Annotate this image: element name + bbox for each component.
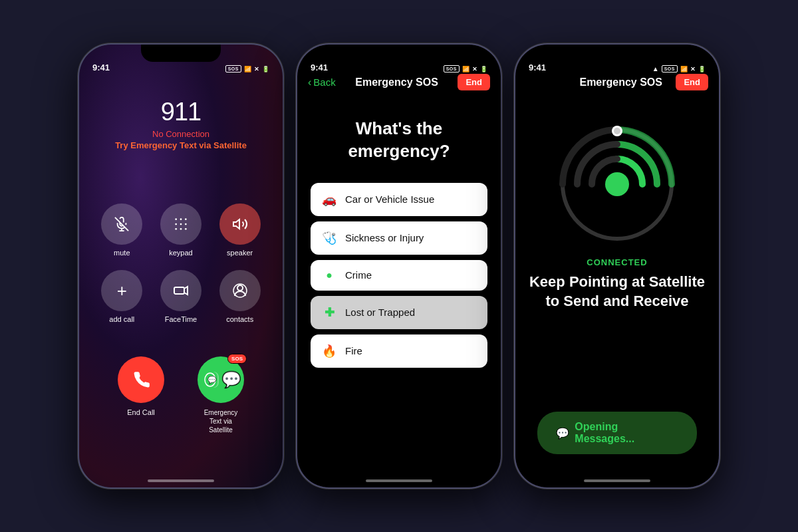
status-bar-2: 9:41 SOS 📶 ✕ 🔋 xyxy=(297,45,501,76)
call-screen-content: 911 No Connection Try Emergency Text via… xyxy=(79,45,283,487)
add-call-button[interactable]: + add call xyxy=(99,270,145,323)
status-time-1: 9:41 xyxy=(92,63,110,72)
status-bar-1: 9:41 SOS 📶 ✕ 🔋 xyxy=(79,45,283,76)
svg-marker-12 xyxy=(184,287,188,295)
svg-rect-11 xyxy=(174,287,184,294)
speaker-button[interactable]: speaker xyxy=(217,203,263,257)
end-call-button[interactable]: End Call xyxy=(118,356,164,416)
mute-label: mute xyxy=(114,249,130,257)
facetime-button[interactable]: FaceTime xyxy=(158,270,204,323)
speaker-label: speaker xyxy=(227,249,253,257)
status-icons-2: SOS 📶 ✕ 🔋 xyxy=(444,65,487,72)
status-time-3: 9:41 xyxy=(529,63,546,72)
end-button-3[interactable]: End xyxy=(676,74,708,90)
home-indicator-1 xyxy=(148,479,214,482)
sos-indicator-3: SOS xyxy=(662,65,678,72)
svg-point-8 xyxy=(180,228,182,230)
contacts-label: contacts xyxy=(226,315,253,323)
emergency-content: What's theemergency? 🚗 Car or Vehicle Is… xyxy=(297,104,501,487)
satellite-signal-visual xyxy=(557,124,677,244)
crime-option[interactable]: ● Crime xyxy=(311,260,487,291)
back-button[interactable]: ‹ Back xyxy=(308,76,336,88)
lost-trapped-option[interactable]: ✚ Lost or Trapped xyxy=(311,296,487,329)
wifi-icon-1: ✕ xyxy=(254,66,259,72)
battery-icon-3: 🔋 xyxy=(698,66,706,72)
crime-icon: ● xyxy=(321,269,337,281)
sickness-injury-option[interactable]: 🩺 Sickness or Injury xyxy=(311,221,487,255)
svg-point-18 xyxy=(605,172,629,196)
nav-title-2: Emergency SOS xyxy=(355,76,438,88)
battery-icon-2: 🔋 xyxy=(480,66,487,72)
svg-point-5 xyxy=(180,223,182,225)
wifi-off-icon-2: ✕ xyxy=(472,66,477,72)
emergency-question: What's theemergency? xyxy=(311,118,487,163)
emergency-options-list: 🚗 Car or Vehicle Issue 🩺 Sickness or Inj… xyxy=(311,183,487,368)
emergency-sos-button[interactable]: 💬 💬 SOS EmergencyText viaSatellite xyxy=(198,356,244,434)
caller-number: 911 xyxy=(161,98,201,126)
svg-point-20 xyxy=(614,128,620,134)
signal-icon-2: 📶 xyxy=(462,66,469,72)
signal-icon-1: 📶 xyxy=(244,66,251,72)
try-satellite-label: Try Emergency Text via Satellite xyxy=(115,140,247,150)
status-icons-3: ▲ SOS 📶 ✕ 🔋 xyxy=(651,65,706,72)
nav-title-3: Emergency SOS xyxy=(579,76,662,88)
signal-icon-3: 📶 xyxy=(680,66,688,72)
location-icon-3: ▲ xyxy=(652,65,659,72)
messages-icon: 💬 xyxy=(556,427,569,440)
connected-status: CONNECTED xyxy=(587,257,647,267)
contacts-icon-circle xyxy=(219,270,261,311)
fire-option[interactable]: 🔥 Fire xyxy=(311,334,487,368)
lost-trapped-label: Lost or Trapped xyxy=(345,307,415,318)
speaker-icon-circle xyxy=(219,203,261,245)
keypad-icon-circle xyxy=(160,203,201,245)
end-button-2[interactable]: End xyxy=(458,74,490,90)
home-indicator-2 xyxy=(366,479,432,482)
contacts-button[interactable]: contacts xyxy=(217,270,263,323)
fire-icon: 🔥 xyxy=(321,344,337,358)
satellite-header: Emergency SOS End xyxy=(515,74,719,90)
mute-button[interactable]: mute xyxy=(99,203,145,257)
sos-icon-circle: 💬 💬 SOS xyxy=(198,356,244,403)
svg-marker-10 xyxy=(233,219,239,229)
status-time-2: 9:41 xyxy=(311,63,328,72)
car-vehicle-option[interactable]: 🚗 Car or Vehicle Issue xyxy=(311,183,487,216)
svg-point-9 xyxy=(185,228,187,230)
add-call-label: add call xyxy=(109,315,134,323)
status-bar-3: 9:41 ▲ SOS 📶 ✕ 🔋 xyxy=(515,45,719,76)
keypad-label: keypad xyxy=(169,249,192,257)
car-icon: 🚗 xyxy=(321,192,337,207)
svg-point-2 xyxy=(180,218,182,220)
satellite-content: CONNECTED Keep Pointing at Satelliteto S… xyxy=(515,104,719,487)
sos-indicator-1: SOS xyxy=(225,65,241,72)
svg-text:💬: 💬 xyxy=(207,375,217,384)
battery-icon-1: 🔋 xyxy=(262,66,269,72)
end-call-label: End Call xyxy=(127,408,155,416)
svg-point-6 xyxy=(185,223,187,225)
phone-1: 9:41 SOS 📶 ✕ 🔋 911 No Connection Try Eme… xyxy=(78,43,284,489)
wifi-off-icon-3: ✕ xyxy=(690,66,696,72)
medical-icon: 🩺 xyxy=(321,231,337,245)
svg-point-4 xyxy=(175,223,177,225)
emergency-header: ‹ Back Emergency SOS End xyxy=(297,74,501,90)
svg-point-13 xyxy=(237,285,243,291)
end-call-icon-circle xyxy=(118,356,164,403)
mute-icon-circle xyxy=(101,203,142,245)
car-vehicle-label: Car or Vehicle Issue xyxy=(345,194,434,205)
keep-pointing-instruction: Keep Pointing at Satelliteto Send and Re… xyxy=(529,273,705,311)
sos-label: EmergencyText viaSatellite xyxy=(204,408,238,434)
back-label: Back xyxy=(313,76,335,88)
sickness-injury-label: Sickness or Injury xyxy=(345,232,424,243)
opening-messages-label: Opening Messages... xyxy=(575,421,678,445)
keypad-button[interactable]: keypad xyxy=(158,203,204,257)
call-controls-grid: mute keypad speaker + xyxy=(79,203,283,323)
home-indicator-3 xyxy=(584,479,650,482)
fire-label: Fire xyxy=(345,345,362,356)
back-chevron-icon: ‹ xyxy=(308,76,311,88)
crime-label: Crime xyxy=(345,269,372,281)
svg-point-1 xyxy=(175,218,177,220)
cross-icon: ✚ xyxy=(321,305,337,320)
svg-point-7 xyxy=(175,228,177,230)
svg-point-3 xyxy=(185,218,187,220)
opening-messages-button[interactable]: 💬 Opening Messages... xyxy=(537,412,696,454)
add-call-icon-circle: + xyxy=(101,270,142,311)
